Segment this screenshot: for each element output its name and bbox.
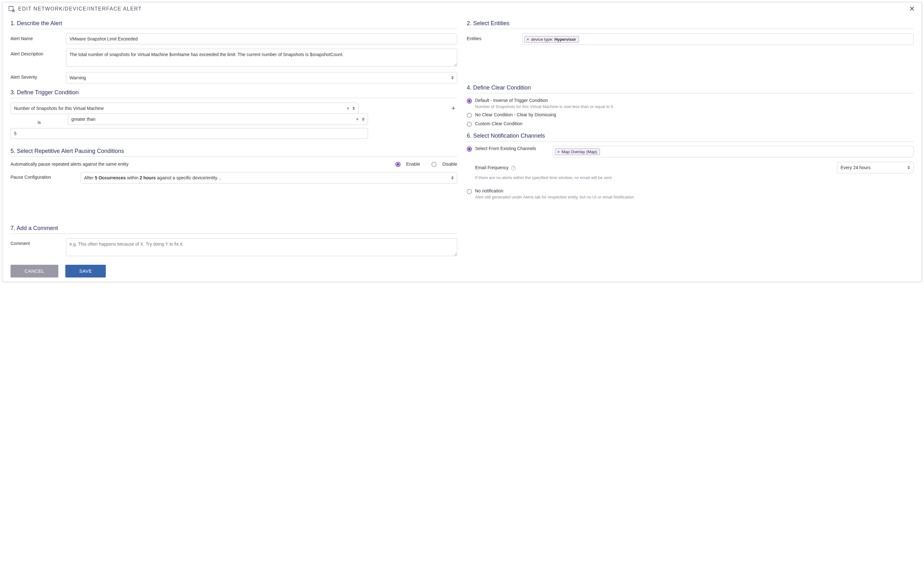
section-6-title: 6. Select Notification Channels	[467, 132, 913, 139]
entity-tag-prefix: device type:	[531, 37, 553, 42]
divider	[11, 157, 457, 157]
caret-icon	[907, 165, 910, 170]
trigger-threshold-input[interactable]	[11, 128, 368, 139]
comment-input[interactable]	[66, 238, 457, 256]
divider	[467, 141, 913, 141]
enable-label: Enable	[406, 161, 420, 167]
disable-label: Disable	[442, 161, 457, 167]
divider	[467, 29, 913, 29]
auto-pause-text: Automatically pause repeated alerts agai…	[11, 161, 128, 167]
channels-none-radio[interactable]: No notification Alert still generated un…	[467, 188, 913, 199]
save-button[interactable]: SAVE	[65, 265, 106, 277]
clear-default-radio[interactable]: Default - Inverse of Trigger Condition N…	[467, 98, 913, 109]
alert-severity-value: Warning	[70, 75, 440, 80]
radio-icon	[467, 122, 472, 127]
clear-default-label: Default - Inverse of Trigger Condition	[475, 98, 913, 103]
caret-icon	[451, 175, 454, 180]
email-freq-value: Every 24 hours	[840, 165, 897, 170]
clear-icon[interactable]: ×	[356, 117, 358, 122]
dialog-icon	[8, 5, 15, 12]
entities-label: Entities	[467, 33, 522, 41]
clear-default-sub: Number of Snapshots for this Virtual Mac…	[475, 104, 913, 109]
divider	[11, 98, 457, 98]
channels-field[interactable]: × Map Overlay (Map)	[553, 146, 913, 157]
radio-icon	[396, 162, 400, 167]
trigger-comparator-value: greater than	[72, 117, 351, 122]
disable-radio[interactable]: Disable	[431, 161, 457, 167]
section-3-title: 3. Define Trigger Condition	[11, 89, 457, 96]
section-1-title: 1. Describe the Alert	[11, 20, 457, 27]
clear-icon[interactable]: ×	[347, 106, 349, 111]
trigger-comparator-select[interactable]: greater than ×	[68, 113, 368, 125]
channel-tag-text: Map Overlay (Map)	[562, 149, 597, 154]
clear-custom-radio[interactable]: Custom Clear Condition	[467, 121, 913, 127]
comment-label: Comment	[11, 238, 66, 246]
cancel-button[interactable]: CANCEL	[11, 265, 58, 277]
email-freq-label: Email Frequency ?	[475, 165, 516, 170]
entities-field[interactable]: × device type: Hypervisor	[522, 33, 913, 45]
section-4-title: 4. Define Clear Condition	[467, 84, 913, 91]
caret-icon	[362, 117, 364, 122]
dialog-title: EDIT NETWORK/DEVICE/INTERFACE ALERT	[18, 6, 908, 12]
tag-remove-icon[interactable]: ×	[557, 149, 560, 154]
section-2-title: 2. Select Entities	[467, 20, 913, 27]
dialog-header: EDIT NETWORK/DEVICE/INTERFACE ALERT ✕	[2, 2, 922, 14]
tag-remove-icon[interactable]: ×	[527, 37, 529, 42]
channel-tag[interactable]: × Map Overlay (Map)	[555, 149, 600, 155]
alert-severity-select[interactable]: Warning	[66, 72, 457, 84]
channels-existing-label: Select From Existing Channels	[475, 146, 548, 151]
caret-icon	[352, 106, 355, 111]
add-condition-button[interactable]: +	[449, 104, 457, 113]
radio-icon	[467, 113, 472, 118]
channels-none-label: No notification	[475, 188, 913, 193]
alert-desc-label: Alert Description	[11, 49, 66, 56]
help-icon[interactable]: ?	[511, 166, 516, 170]
caret-icon	[451, 76, 454, 80]
clear-noclear-radio[interactable]: No Clear Condition - Clear by Dismissing	[467, 112, 913, 118]
radio-icon	[467, 99, 472, 103]
close-icon[interactable]: ✕	[908, 5, 916, 13]
channels-existing-radio[interactable]: Select From Existing Channels × Map Over…	[467, 146, 913, 157]
alert-name-input[interactable]	[66, 33, 457, 44]
edit-alert-dialog: EDIT NETWORK/DEVICE/INTERFACE ALERT ✕ 1.…	[2, 2, 922, 282]
clear-noclear-label: No Clear Condition - Clear by Dismissing	[475, 112, 913, 117]
divider	[11, 29, 457, 29]
radio-icon	[431, 162, 437, 167]
divider	[467, 93, 913, 93]
pause-config-select[interactable]: After 5 Occurrences within 2 hours again…	[81, 172, 457, 184]
entity-tag[interactable]: × device type: Hypervisor	[524, 36, 579, 43]
alert-severity-label: Alert Severity	[11, 72, 66, 80]
alert-name-label: Alert Name	[11, 33, 66, 41]
section-7-title: 7. Add a Comment	[11, 225, 457, 231]
pause-config-value: After 5 Occurrences within 2 hours again…	[84, 175, 440, 180]
enable-radio[interactable]: Enable	[396, 161, 420, 167]
trigger-metric-value: Number of Snapshots for this Virtual Mac…	[14, 106, 342, 111]
entity-tag-value: Hypervisor	[554, 37, 576, 42]
alert-desc-input[interactable]: The total number of snapshots for Virtua…	[66, 49, 457, 67]
email-freq-note: If there are no alerts within the specif…	[475, 175, 913, 180]
clear-custom-label: Custom Clear Condition	[475, 121, 913, 126]
section-5-title: 5. Select Repetitive Alert Pausing Condi…	[11, 148, 457, 155]
email-freq-select[interactable]: Every 24 hours	[837, 162, 913, 173]
radio-icon	[467, 146, 472, 152]
pause-config-label: Pause Configuration	[11, 172, 81, 180]
radio-icon	[467, 189, 472, 194]
channels-none-sub: Alert still generated under Alerts tab f…	[475, 195, 913, 199]
trigger-metric-select[interactable]: Number of Snapshots for this Virtual Mac…	[11, 103, 358, 114]
